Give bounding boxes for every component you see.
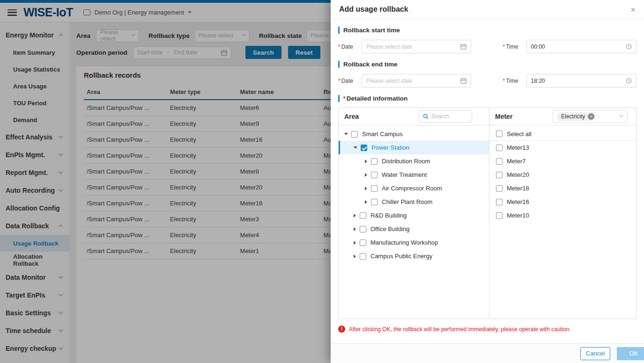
ok-button[interactable]: OK [617,347,644,360]
area-panel-title: Area [344,113,359,120]
rollback-end-time-section: Rollback end time [338,61,637,68]
cancel-button[interactable]: Cancel [580,347,610,360]
clock-icon [626,44,632,50]
modal-title: Add usage rollback [339,5,408,14]
area-panel-header: Area Search [339,108,489,125]
end-date-input[interactable]: Please select date [362,74,471,87]
start-time-input[interactable]: 00:00 [526,40,637,53]
checkbox[interactable] [496,145,503,151]
meter-item[interactable]: Meter10 [489,209,636,222]
caret-right-icon[interactable] [354,254,356,258]
calendar-icon [460,44,466,50]
area-tree: Smart Campus Power Station Distribution … [339,125,489,263]
meter-type-filter-select[interactable]: Electricity × [553,110,628,123]
caret-down-icon[interactable] [354,146,357,149]
search-icon [423,114,429,119]
checkbox[interactable] [351,131,358,138]
meter-item[interactable]: Meter20 [489,168,636,182]
area-panel: Area Search Smart Campus Power Station D… [339,108,489,319]
modal-header: Add usage rollback × [331,0,644,19]
modal-body: Rollback start time *Date Please select … [331,27,644,333]
checkbox[interactable] [360,212,366,219]
checkbox[interactable] [371,172,378,178]
checkbox[interactable] [371,158,378,165]
checkbox[interactable] [360,253,366,260]
tree-node-air-compressor-room[interactable]: Air Compressor Room [339,182,489,195]
meter-select-all[interactable]: Select all [489,127,636,141]
checkbox[interactable] [360,240,366,246]
section-accent-bar [338,27,340,34]
checkbox-checked[interactable] [361,145,367,151]
checkbox[interactable] [496,131,503,137]
caret-right-icon[interactable] [365,200,367,204]
tree-node-office-building[interactable]: Office Building [339,222,489,236]
end-time-fields: *Date Please select date *Time 18:20 [338,74,637,87]
start-date-label: *Date [338,44,362,50]
tree-node-distribution-room[interactable]: Distribution Room [339,154,489,168]
meter-item[interactable]: Meter13 [489,141,636,154]
meter-item[interactable]: Meter7 [489,154,636,168]
tree-node-rd-building[interactable]: R&D Building [339,209,489,222]
caret-right-icon[interactable] [354,227,356,231]
rollback-start-time-section: Rollback start time [338,27,637,34]
end-time-input[interactable]: 18:20 [526,74,637,87]
checkbox[interactable] [371,185,378,192]
checkbox[interactable] [360,226,366,232]
tree-node-water-treatment[interactable]: Water Treatment [339,168,489,182]
tree-node-campus-public-energy[interactable]: Campus Public Energy [339,249,489,263]
checkbox[interactable] [496,185,503,192]
section-accent-bar [338,95,340,102]
electricity-tag: Electricity × [557,112,596,121]
checkbox[interactable] [371,199,378,205]
meter-panel: Meter Electricity × Select all Meter13 [489,108,636,319]
section-accent-bar [338,61,340,68]
tree-node-power-station[interactable]: Power Station [339,141,489,154]
area-search-input[interactable]: Search [419,110,472,123]
caret-right-icon[interactable] [365,173,367,177]
caret-right-icon[interactable] [365,187,367,190]
tree-node-chiller-plant-room[interactable]: Chiller Plant Room [339,195,489,209]
start-date-input[interactable]: Please select date [362,40,471,53]
meter-panel-title: Meter [495,113,512,120]
meter-item[interactable]: Meter18 [489,182,636,195]
tree-node-smart-campus[interactable]: Smart Campus [339,127,489,141]
clock-icon [626,78,632,84]
start-time-label: *Time [503,44,526,50]
add-usage-rollback-modal: Add usage rollback × Rollback start time… [331,0,644,363]
screen: WISE-IoT Demo Org | Energy management En… [0,0,644,363]
warning-icon: ! [338,326,345,333]
caret-right-icon[interactable] [354,241,356,245]
checkbox[interactable] [496,172,503,178]
meter-list: Select all Meter13 Meter7 Meter20 Meter1… [489,125,636,222]
tree-node-manufacturing-workshop[interactable]: Manufacturing Workshop [339,236,489,249]
checkbox[interactable] [496,158,503,165]
checkbox[interactable] [496,199,503,205]
modal-footer: Cancel OK [331,343,644,363]
end-date-label: *Date [338,78,362,84]
meter-panel-header: Meter Electricity × [489,108,636,125]
caret-down-icon[interactable] [344,133,348,135]
warning-message: ! After clicking OK, the rollback will b… [338,326,637,333]
close-icon[interactable]: × [630,5,636,14]
checkbox[interactable] [496,212,503,219]
chevron-down-icon [619,113,623,117]
calendar-icon [460,78,466,84]
end-time-label: *Time [503,78,526,84]
start-time-fields: *Date Please select date *Time 00:00 [338,40,637,53]
detailed-information-section: *Detailed information [338,95,637,102]
detail-panels: Area Search Smart Campus Power Station D… [338,108,637,319]
caret-right-icon[interactable] [354,214,356,218]
meter-item[interactable]: Meter16 [489,195,636,209]
tag-close-icon[interactable]: × [588,113,594,120]
caret-right-icon[interactable] [365,160,367,163]
